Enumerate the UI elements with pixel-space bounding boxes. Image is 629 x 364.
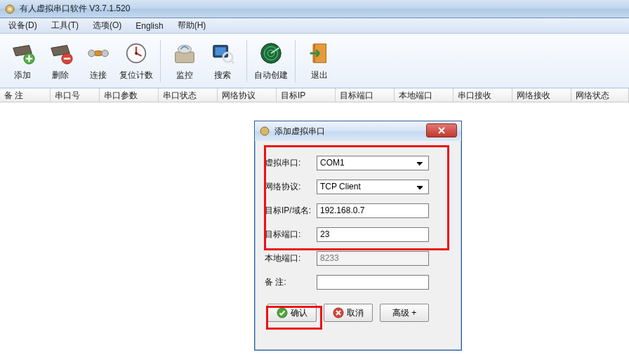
toolbar-separator — [160, 40, 161, 82]
window-title: 有人虚拟串口软件 V3.7.1.520 — [20, 3, 130, 15]
toolbar-monitor-button[interactable]: 监控 — [166, 37, 203, 85]
column-header[interactable]: 网络协议 — [218, 88, 277, 102]
toolbar-exit-button[interactable]: 退出 — [301, 37, 338, 85]
toolbar-search-label: 搜索 — [214, 69, 231, 81]
toolbar-reset-button[interactable]: 复位计数 — [118, 37, 154, 85]
monitor-icon — [171, 40, 198, 67]
label-target-ip: 目标IP/域名: — [265, 205, 317, 217]
check-icon — [277, 307, 288, 318]
ok-button[interactable]: 确认 — [267, 304, 317, 322]
cancel-icon — [333, 307, 344, 318]
app-icon — [4, 4, 15, 15]
column-header[interactable]: 网络接收 — [512, 88, 571, 102]
ok-label: 确认 — [291, 307, 307, 319]
toolbar-autocreate-button[interactable]: 自动创建 — [253, 37, 289, 85]
label-protocol: 网络协议: — [265, 181, 317, 193]
svg-point-6 — [88, 50, 95, 57]
advanced-button[interactable]: 高级 + — [380, 304, 429, 322]
protocol-select[interactable]: TCP Client — [317, 180, 429, 194]
toolbar-delete-label: 删除 — [52, 69, 69, 81]
column-header[interactable]: 目标IP — [277, 88, 336, 102]
target-port-input[interactable] — [317, 227, 429, 242]
reset-counter-icon — [123, 40, 150, 67]
column-header[interactable]: 网络状态 — [571, 88, 629, 102]
dialog-close-button[interactable] — [426, 123, 457, 137]
toolbar: 添加 删除 连接 复位计数 监控 — [0, 34, 629, 88]
column-headers: 备 注串口号串口参数串口状态网络协议目标IP目标端口本地端口串口接收网络接收网络… — [0, 88, 629, 102]
toolbar-delete-button[interactable]: 删除 — [42, 37, 79, 85]
add-port-icon — [9, 40, 36, 67]
column-header[interactable]: 串口参数 — [100, 88, 159, 102]
toolbar-add-button[interactable]: 添加 — [4, 37, 41, 85]
advanced-label: 高级 + — [392, 307, 416, 319]
toolbar-reset-label: 复位计数 — [119, 69, 153, 81]
dialog-titlebar: 添加虚拟串口 — [255, 121, 461, 141]
svg-point-9 — [135, 52, 138, 55]
cancel-label: 取消 — [347, 307, 364, 319]
toolbar-monitor-label: 监控 — [176, 69, 193, 81]
svg-point-7 — [102, 50, 109, 57]
menu-help[interactable]: 帮助(H) — [172, 18, 212, 33]
search-icon — [209, 40, 236, 67]
toolbar-autocreate-label: 自动创建 — [254, 69, 288, 81]
dialog-icon — [259, 126, 270, 137]
menu-english[interactable]: English — [130, 20, 168, 32]
remark-input[interactable] — [317, 275, 429, 290]
svg-point-1 — [8, 7, 12, 11]
label-target-port: 目标端口: — [265, 229, 317, 241]
cancel-button[interactable]: 取消 — [324, 304, 373, 322]
label-local-port: 本地端口: — [265, 252, 317, 264]
svg-point-20 — [260, 127, 269, 135]
column-header[interactable]: 备 注 — [0, 88, 51, 102]
toolbar-connect-button[interactable]: 连接 — [80, 37, 117, 85]
label-remark: 备 注: — [265, 276, 317, 288]
local-port-input — [317, 251, 429, 266]
dialog-title: 添加虚拟串口 — [274, 126, 325, 137]
window-titlebar: 有人虚拟串口软件 V3.7.1.520 — [0, 0, 629, 18]
virtual-port-select[interactable]: COM1 — [317, 156, 429, 170]
toolbar-separator — [246, 40, 247, 82]
menu-device[interactable]: 设备(D) — [3, 18, 43, 33]
label-virtual-port: 虚拟串口: — [265, 157, 317, 169]
add-virtual-port-dialog: 添加虚拟串口 虚拟串口: COM1 网络协议: TCP Client 目标IP/… — [254, 121, 462, 351]
column-header[interactable]: 串口状态 — [159, 88, 218, 102]
toolbar-exit-label: 退出 — [311, 69, 328, 81]
toolbar-add-label: 添加 — [14, 69, 31, 81]
delete-port-icon — [47, 40, 74, 67]
menu-options[interactable]: 选项(O) — [87, 18, 127, 33]
exit-icon — [306, 40, 333, 67]
column-header[interactable]: 串口接收 — [453, 88, 512, 102]
connect-icon — [85, 40, 112, 67]
column-header[interactable]: 本地端口 — [395, 88, 453, 102]
toolbar-connect-label: 连接 — [90, 69, 107, 81]
column-header[interactable]: 目标端口 — [336, 88, 395, 102]
menubar: 设备(D) 工具(T) 选项(O) English 帮助(H) — [0, 18, 629, 34]
radar-icon — [258, 40, 284, 67]
toolbar-separator — [295, 40, 296, 82]
target-ip-input[interactable] — [317, 203, 429, 218]
toolbar-search-button[interactable]: 搜索 — [204, 37, 241, 85]
column-header[interactable]: 串口号 — [51, 88, 100, 102]
menu-tools[interactable]: 工具(T) — [46, 18, 84, 33]
